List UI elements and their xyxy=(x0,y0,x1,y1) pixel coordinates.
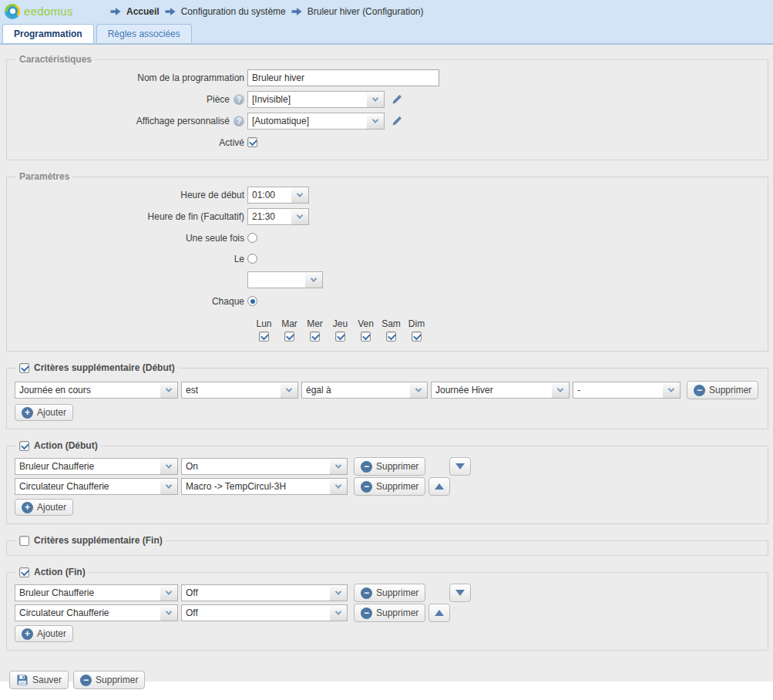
chevron-down-icon[interactable] xyxy=(330,459,347,474)
add-criteria-button[interactable]: + Ajouter xyxy=(15,404,73,421)
chevron-down-icon[interactable] xyxy=(330,585,347,601)
start-time-select[interactable]: 01:00 xyxy=(247,187,309,204)
day-checkbox-dim[interactable] xyxy=(412,331,422,342)
plus-icon: + xyxy=(22,407,33,419)
room-select[interactable]: [Invisible] xyxy=(247,91,385,108)
active-checkbox[interactable] xyxy=(247,137,257,147)
breadcrumb: Accueil Configuration du système Bruleur… xyxy=(110,6,424,17)
chevron-down-icon[interactable] xyxy=(291,187,308,203)
logo-text: eedomus xyxy=(24,5,73,18)
chevron-down-icon[interactable] xyxy=(160,382,177,398)
day-checkbox-lun[interactable] xyxy=(259,331,269,342)
add-action-button[interactable]: + Ajouter xyxy=(15,499,73,516)
arrow-up-icon xyxy=(435,483,444,490)
once-radio[interactable] xyxy=(247,233,257,243)
delete-action-button[interactable]: − Supprimer xyxy=(354,477,425,496)
action-device-select[interactable]: Bruleur Chaufferie xyxy=(15,458,178,475)
end-time-select[interactable]: 21:30 xyxy=(247,208,309,225)
display-select[interactable]: [Automatique] xyxy=(247,113,385,130)
criteria-verb-select[interactable]: est xyxy=(181,382,298,399)
delete-action-button[interactable]: − Supprimer xyxy=(354,604,425,622)
section-action-fin: Action (Fin) Bruleur Chaufferie Off − Su… xyxy=(6,567,768,651)
edit-display-pencil-icon[interactable] xyxy=(391,115,403,127)
eedomus-logo-icon xyxy=(5,4,20,19)
criteria-extra-select[interactable]: - xyxy=(573,382,681,399)
criteria-value-select[interactable]: Journée Hiver xyxy=(431,382,570,399)
edit-room-pencil-icon[interactable] xyxy=(391,93,403,106)
header: eedomus Accueil Configuration du système… xyxy=(0,0,773,22)
chevron-down-icon[interactable] xyxy=(160,605,177,621)
chevron-down-icon[interactable] xyxy=(410,382,427,398)
criteres-debut-checkbox[interactable] xyxy=(19,363,29,373)
chevron-down-icon[interactable] xyxy=(330,605,347,621)
action-device-select[interactable]: Circulateur Chaufferie xyxy=(15,478,178,495)
move-up-button[interactable] xyxy=(429,604,450,622)
chevron-down-icon[interactable] xyxy=(663,382,680,398)
tab-regles-associees[interactable]: Règles associées xyxy=(96,24,192,43)
move-down-button[interactable] xyxy=(449,457,471,476)
chevron-down-icon[interactable] xyxy=(330,479,347,494)
eedomus-logo[interactable]: eedomus xyxy=(5,4,101,19)
breadcrumb-arrow-icon xyxy=(110,8,121,15)
day-checkbox-ven[interactable] xyxy=(361,331,371,342)
breadcrumb-item-accueil[interactable]: Accueil xyxy=(126,6,160,17)
chevron-down-icon[interactable] xyxy=(367,113,384,129)
action-device-select[interactable]: Bruleur Chaufferie xyxy=(15,584,178,601)
delete-action-button[interactable]: − Supprimer xyxy=(354,584,425,602)
main-content: Caractéristiques Nom de la programmation… xyxy=(0,45,773,681)
on-date-radio[interactable] xyxy=(247,254,257,264)
tab-bar: Programmation Règles associées xyxy=(0,22,773,45)
help-icon[interactable]: ? xyxy=(234,94,244,105)
action-fin-legend: Action (Fin) xyxy=(34,567,86,577)
each-radio[interactable] xyxy=(247,296,257,306)
day-checkbox-mer[interactable] xyxy=(310,331,320,342)
name-input[interactable] xyxy=(247,69,439,86)
action-value-select[interactable]: Off xyxy=(181,604,348,621)
tab-programmation[interactable]: Programmation xyxy=(2,24,94,43)
criteria-device-select[interactable]: Journée en cours xyxy=(15,382,178,399)
chevron-down-icon[interactable] xyxy=(367,92,384,107)
chevron-down-icon[interactable] xyxy=(160,459,177,474)
section-caracteristiques-legend: Caractéristiques xyxy=(16,54,95,65)
day-label-dim: Dim xyxy=(408,318,425,329)
criteres-fin-checkbox[interactable] xyxy=(19,536,29,546)
minus-icon: − xyxy=(361,461,372,473)
minus-icon: − xyxy=(361,587,372,599)
chevron-down-icon[interactable] xyxy=(552,382,569,398)
day-checkbox-mar[interactable] xyxy=(284,331,294,342)
room-label: Pièce xyxy=(207,94,230,105)
section-parametres-legend: Paramètres xyxy=(16,171,72,182)
action-value-select[interactable]: On xyxy=(181,458,348,475)
end-time-label: Heure de fin (Facultatif) xyxy=(148,211,244,222)
delete-criteria-button[interactable]: − Supprimer xyxy=(687,381,758,399)
day-checkbox-sam[interactable] xyxy=(386,331,396,342)
minus-icon: − xyxy=(361,607,372,619)
criteria-operator-select[interactable]: égal à xyxy=(301,382,428,399)
breadcrumb-item-configuration[interactable]: Configuration du système xyxy=(181,6,286,17)
action-fin-checkbox[interactable] xyxy=(19,567,29,577)
add-action-button[interactable]: + Ajouter xyxy=(15,625,73,642)
action-value-select[interactable]: Off xyxy=(181,584,348,601)
chevron-down-icon[interactable] xyxy=(160,585,177,601)
breadcrumb-item-current: Bruleur hiver (Configuration) xyxy=(308,6,424,17)
help-icon[interactable]: ? xyxy=(234,116,244,126)
move-up-button[interactable] xyxy=(429,477,450,496)
move-down-button[interactable] xyxy=(449,584,471,602)
save-button[interactable]: Sauver xyxy=(9,671,69,689)
section-parametres: Paramètres Heure de début 01:00 Heure de… xyxy=(6,171,768,352)
arrow-down-icon xyxy=(455,463,465,469)
chevron-down-icon[interactable] xyxy=(305,272,322,288)
chevron-down-icon[interactable] xyxy=(160,479,177,494)
day-checkbox-jeu[interactable] xyxy=(335,331,345,342)
action-debut-checkbox[interactable] xyxy=(19,441,29,451)
day-label-lun: Lun xyxy=(256,318,271,329)
chevron-down-icon[interactable] xyxy=(281,382,297,398)
action-device-select[interactable]: Circulateur Chaufferie xyxy=(15,604,178,621)
delete-action-button[interactable]: − Supprimer xyxy=(354,457,425,476)
delete-program-button[interactable]: − Supprimer xyxy=(73,671,145,689)
each-label: Chaque xyxy=(212,296,244,307)
action-value-select[interactable]: Macro -> TempCircul-3H xyxy=(181,478,348,495)
chevron-down-icon[interactable] xyxy=(291,209,308,224)
date-select[interactable] xyxy=(247,271,323,288)
name-label: Nom de la programmation xyxy=(137,72,244,83)
